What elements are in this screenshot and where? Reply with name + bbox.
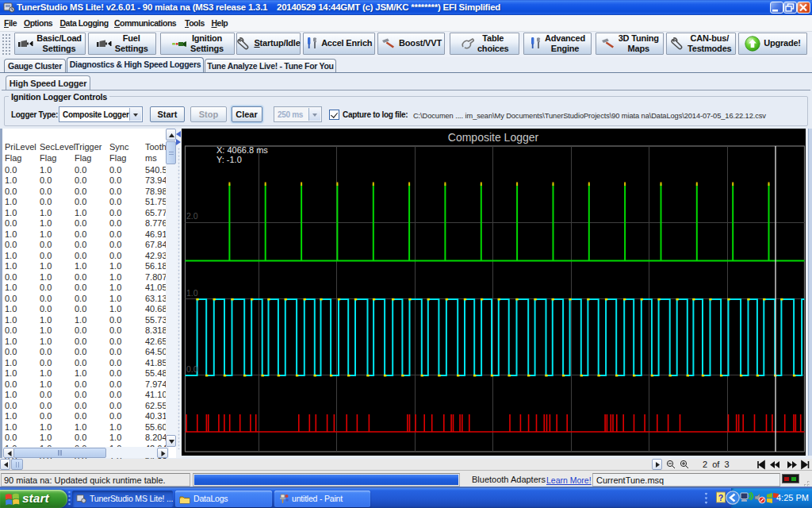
svg-text:2.0: 2.0 (186, 211, 198, 221)
svg-text:X: 4066.8 ms: X: 4066.8 ms (216, 145, 268, 155)
svg-text:Composite Logger: Composite Logger (448, 131, 539, 144)
svg-text:?: ? (718, 493, 723, 502)
svg-text:1.0: 1.0 (186, 288, 198, 298)
svg-text:Y: -1.0: Y: -1.0 (216, 155, 242, 164)
svg-text:0.0: 0.0 (186, 364, 198, 374)
